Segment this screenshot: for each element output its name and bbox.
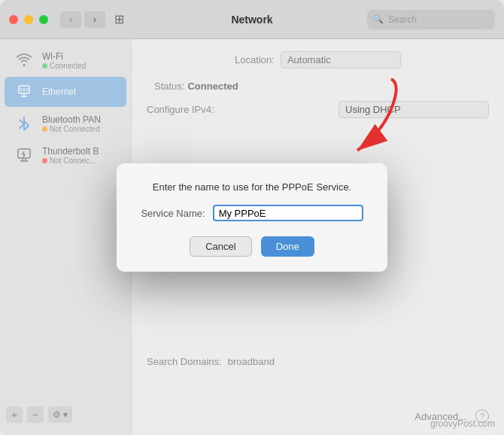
network-window: ‹ › ⊞ Network 🔍 Wi- [0, 0, 504, 435]
dialog-input-row: Service Name: [135, 205, 369, 221]
service-name-label: Service Name: [141, 208, 205, 219]
cancel-button[interactable]: Cancel [190, 236, 251, 257]
dialog-overlay: Enter the name to use for the PPPoE Serv… [0, 0, 504, 435]
dialog-buttons: Cancel Done [135, 236, 369, 257]
service-name-input[interactable] [213, 205, 363, 221]
done-button[interactable]: Done [261, 236, 314, 257]
pppoe-dialog: Enter the name to use for the PPPoE Serv… [117, 163, 387, 272]
arrow-indicator [316, 75, 406, 176]
dialog-message: Enter the name to use for the PPPoE Serv… [135, 181, 369, 193]
